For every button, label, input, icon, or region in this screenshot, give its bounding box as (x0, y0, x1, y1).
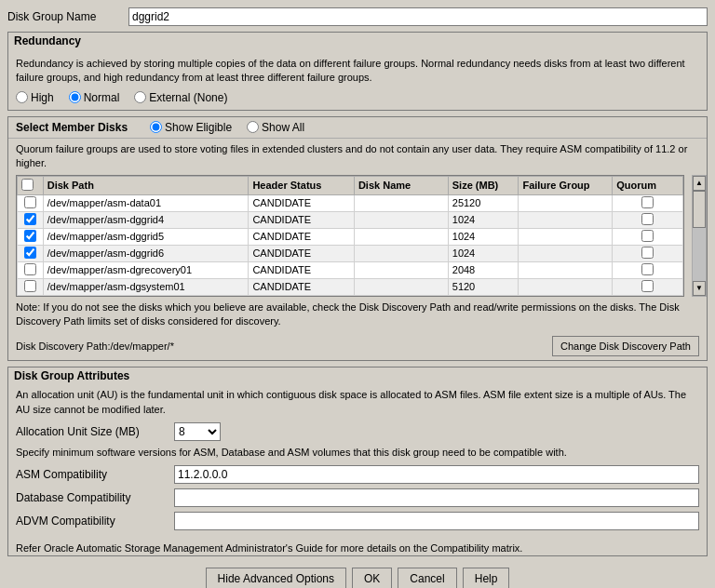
redundancy-title: Redundancy (8, 33, 707, 49)
disk-row-quorum[interactable] (641, 263, 654, 275)
row-disk-path: /dev/mapper/asm-dgsystem01 (43, 278, 249, 295)
cancel-button[interactable]: Cancel (398, 568, 456, 588)
row-header-status: CANDIDATE (249, 228, 354, 245)
disk-table-scrollbar[interactable]: ▲ ▼ (692, 175, 707, 297)
row-disk-path: /dev/mapper/asm-dggrid5 (43, 228, 249, 245)
select-all-checkbox[interactable] (21, 179, 34, 191)
row-checkbox-cell[interactable] (18, 245, 44, 261)
scroll-thumb[interactable] (693, 191, 706, 228)
row-disk-name (354, 194, 448, 211)
col-header-header-status: Header Status (249, 176, 354, 194)
row-disk-name (354, 261, 448, 278)
col-header-checkbox[interactable] (18, 176, 44, 194)
row-checkbox-cell[interactable] (18, 194, 44, 211)
disk-table-header-row: Disk Path Header Status Disk Name Size (… (18, 176, 683, 194)
bottom-bar: Hide Advanced Options OK Cancel Help (7, 562, 708, 588)
row-size: 1024 (448, 245, 519, 261)
col-header-disk-name: Disk Name (354, 176, 448, 194)
disk-row-quorum[interactable] (641, 213, 654, 225)
scroll-down-btn[interactable]: ▼ (693, 281, 706, 296)
disk-row-quorum[interactable] (641, 230, 654, 242)
row-disk-name (354, 245, 448, 261)
row-header-status: CANDIDATE (249, 278, 354, 295)
db-compat-input[interactable] (174, 488, 699, 507)
asm-compat-input[interactable] (174, 465, 699, 484)
disk-note: Note: If you do not see the disks which … (8, 297, 707, 333)
row-quorum-cell[interactable] (613, 261, 683, 278)
redundancy-high-radio[interactable] (16, 91, 28, 103)
row-checkbox-cell[interactable] (18, 278, 44, 295)
disk-row-checkbox[interactable] (24, 196, 36, 208)
row-quorum-cell[interactable] (613, 194, 683, 211)
scroll-track[interactable] (693, 191, 706, 281)
row-quorum-cell[interactable] (613, 245, 683, 261)
redundancy-high-option[interactable]: High (16, 91, 54, 104)
show-all-option[interactable]: Show All (247, 121, 304, 134)
discovery-path-label: Disk Discovery Path:/dev/mapper/* (16, 341, 174, 352)
scroll-up-btn[interactable]: ▲ (693, 176, 706, 191)
col-header-size: Size (MB) (448, 176, 519, 194)
show-eligible-radio[interactable] (150, 121, 162, 133)
select-member-section: Select Member Disks Show Eligible Show A… (7, 116, 708, 362)
row-disk-path: /dev/mapper/asm-dggrid6 (43, 245, 249, 261)
redundancy-external-radio[interactable] (134, 91, 146, 103)
au-row: Allocation Unit Size (MB) 1 2 4 8 16 32 … (16, 422, 699, 441)
disk-table-container: Disk Path Header Status Disk Name Size (… (8, 175, 707, 297)
asm-compat-label: ASM Compatibility (16, 468, 174, 481)
redundancy-normal-option[interactable]: Normal (69, 91, 120, 104)
row-quorum-cell[interactable] (613, 228, 683, 245)
ok-button[interactable]: OK (352, 568, 392, 588)
disk-row-checkbox[interactable] (24, 263, 36, 275)
disk-table-row: /dev/mapper/asm-dggrid6 CANDIDATE 1024 (18, 245, 683, 261)
row-failure-group (519, 194, 613, 211)
disk-row-quorum[interactable] (641, 280, 654, 292)
row-failure-group (519, 245, 613, 261)
disk-group-name-input[interactable] (128, 7, 708, 26)
disk-group-name-label: Disk Group Name (7, 10, 128, 23)
col-header-quorum: Quorum (613, 176, 683, 194)
advm-compat-row: ADVM Compatibility (16, 512, 699, 530)
disk-row-checkbox[interactable] (24, 230, 36, 242)
row-failure-group (519, 211, 613, 228)
redundancy-external-option[interactable]: External (None) (134, 91, 227, 104)
asm-compat-row: ASM Compatibility (16, 465, 699, 484)
disk-table-row: /dev/mapper/asm-dgrecovery01 CANDIDATE 2… (18, 261, 683, 278)
show-eligible-label: Show Eligible (165, 121, 232, 134)
hide-advanced-button[interactable]: Hide Advanced Options (206, 568, 346, 588)
disk-table-row: /dev/mapper/asm-data01 CANDIDATE 25120 (18, 194, 683, 211)
au-label: Allocation Unit Size (MB) (16, 425, 174, 438)
show-eligible-option[interactable]: Show Eligible (150, 121, 232, 134)
main-container: Disk Group Name Redundancy Redundancy is… (0, 0, 715, 588)
row-header-status: CANDIDATE (249, 211, 354, 228)
row-quorum-cell[interactable] (613, 211, 683, 228)
row-quorum-cell[interactable] (613, 278, 683, 295)
disk-table-row: /dev/mapper/asm-dggrid5 CANDIDATE 1024 (18, 228, 683, 245)
redundancy-high-label: High (31, 91, 54, 104)
disk-table-body: /dev/mapper/asm-data01 CANDIDATE 25120 /… (18, 194, 683, 295)
row-disk-name (354, 228, 448, 245)
row-failure-group (519, 261, 613, 278)
row-checkbox-cell[interactable] (18, 228, 44, 245)
disk-row-checkbox[interactable] (24, 213, 36, 225)
row-checkbox-cell[interactable] (18, 211, 44, 228)
db-compat-label: Database Compatibility (16, 491, 174, 504)
row-checkbox-cell[interactable] (18, 261, 44, 278)
advm-compat-input[interactable] (174, 512, 699, 530)
help-button[interactable]: Help (463, 568, 510, 588)
disk-row-checkbox[interactable] (24, 280, 36, 292)
select-member-title: Select Member Disks (16, 121, 128, 134)
au-select[interactable]: 1 2 4 8 16 32 64 (174, 422, 221, 441)
row-header-status: CANDIDATE (249, 245, 354, 261)
change-path-button[interactable]: Change Disk Discovery Path (552, 336, 699, 356)
disk-group-name-row: Disk Group Name (7, 7, 708, 26)
row-size: 2048 (448, 261, 519, 278)
redundancy-normal-radio[interactable] (69, 91, 81, 103)
au-description: An allocation unit (AU) is the fundament… (16, 388, 699, 417)
show-all-radio[interactable] (247, 121, 259, 133)
redundancy-radio-group: High Normal External (None) (16, 91, 699, 104)
select-member-header: Select Member Disks Show Eligible Show A… (8, 117, 707, 139)
disk-table: Disk Path Header Status Disk Name Size (… (17, 176, 683, 296)
disk-row-quorum[interactable] (641, 196, 654, 208)
disk-row-quorum[interactable] (641, 247, 654, 259)
disk-row-checkbox[interactable] (24, 247, 36, 259)
